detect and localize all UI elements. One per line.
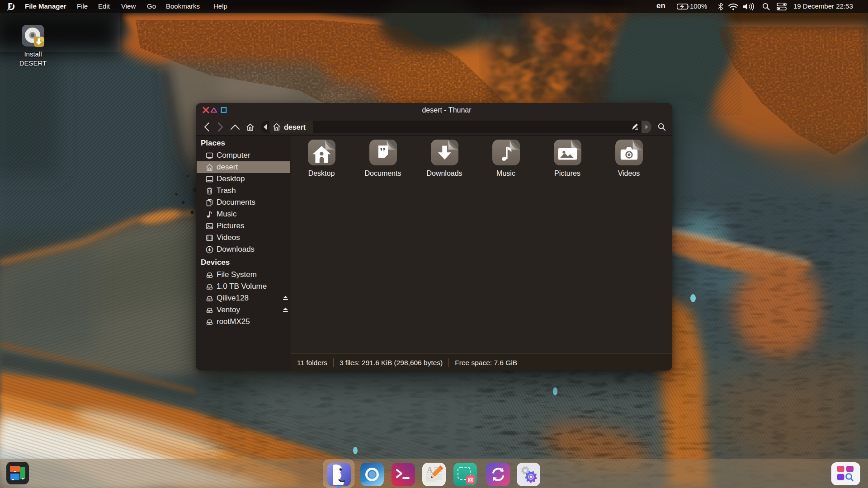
svg-text:A: A (427, 465, 433, 474)
